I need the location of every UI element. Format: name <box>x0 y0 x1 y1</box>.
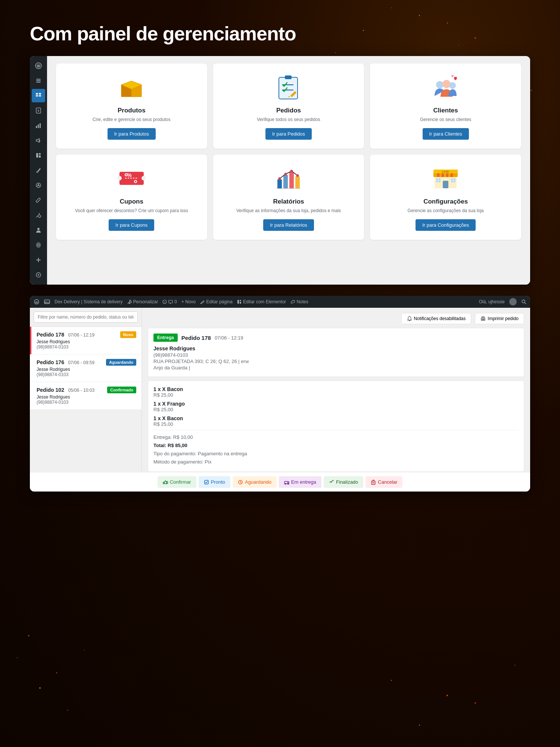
order-item-176[interactable]: Pedido 176 07/06 - 09:59 Aguardando Jess… <box>30 354 141 382</box>
order-phone-178: (98)98874-0103 <box>37 344 136 350</box>
delivery-panel: W Woo Dex Delivery | Sistema de delivery… <box>30 296 530 492</box>
woo-main-content: Produtos Crie, edite e gerencie os seus … <box>47 56 530 285</box>
sidebar-icon-avada[interactable] <box>32 179 45 192</box>
order-date-176: 07/06 - 09:59 <box>68 360 94 365</box>
svg-rect-13 <box>40 123 41 128</box>
order-id-178: Pedido 178 <box>37 332 64 338</box>
order-item-102[interactable]: Pedido 102 05/06 - 10:03 Confirmado Jess… <box>30 382 141 410</box>
card-relatorios: Relatórios Verifique as informações da s… <box>213 155 364 240</box>
card-cupons: % Cupons Você quer oferecer descontos? C… <box>56 155 207 240</box>
svg-rect-3 <box>36 80 41 81</box>
admin-bar-editar-elementor[interactable]: Editar com Elementor <box>237 299 286 304</box>
admin-bar-editar-pagina[interactable]: Editar página <box>200 299 233 304</box>
card-pedidos: Pedidos Verifique todos os seus pedidos … <box>213 63 364 149</box>
sidebar-icon-wp[interactable]: W <box>32 59 45 72</box>
admin-bar-search[interactable] <box>521 299 526 304</box>
payment-method: Método de pagamento: Pix <box>153 458 519 466</box>
card-icon-pedidos <box>274 72 304 102</box>
notifications-button[interactable]: Notificações desabilitadas <box>401 313 472 324</box>
svg-text:%: % <box>127 172 132 178</box>
sidebar-icon-wrench[interactable] <box>32 193 45 207</box>
card-title-relatorios: Relatórios <box>273 198 304 205</box>
orders-search-input[interactable] <box>34 311 138 323</box>
sidebar-icon-play[interactable] <box>32 268 45 282</box>
order-item-178[interactable]: Pedido 178 07/06 - 12:19 Novo Jesse Rodr… <box>30 327 141 354</box>
svg-point-77 <box>522 300 525 303</box>
sidebar-icon-elementor[interactable] <box>32 149 45 162</box>
action-btn-confirmar[interactable]: Confirmar <box>158 476 196 488</box>
sidebar-icon-tools[interactable] <box>32 208 45 222</box>
admin-bar-wp-logo[interactable]: W <box>34 299 40 305</box>
card-produtos: Produtos Crie, edite e gerencie os seus … <box>56 63 207 149</box>
card-title-clientes: Clientes <box>433 107 458 114</box>
card-configuracoes: LOJA Configurações Gerencie as configura… <box>370 155 521 240</box>
order-phone-176: (98)98874-0103 <box>37 372 136 377</box>
sidebar-icon-user[interactable] <box>32 223 45 237</box>
action-btn-em-entrega[interactable]: Em entrega <box>279 476 321 488</box>
svg-text:Woo: Woo <box>44 301 50 304</box>
svg-text:W: W <box>37 64 40 68</box>
svg-rect-28 <box>279 77 298 99</box>
card-title-cupons: Cupons <box>120 198 143 205</box>
print-order-button[interactable]: Imprimir pedido <box>475 313 524 324</box>
order-phone-102: (98)98874-0103 <box>37 400 136 405</box>
action-btn-aguardando[interactable]: Aguardando <box>233 476 277 488</box>
svg-rect-14 <box>36 153 38 158</box>
customer-name: Jesse Rodrigues <box>153 345 519 351</box>
detail-top-bar: Notificações desabilitadas Imprimir pedi… <box>148 313 524 324</box>
card-icon-produtos <box>116 72 146 102</box>
card-btn-cupons[interactable]: Ir para Cupons <box>109 219 154 231</box>
order-badge-176: Aguardando <box>106 359 136 366</box>
svg-rect-21 <box>36 260 41 260</box>
sidebar-icon-plus[interactable] <box>32 253 45 267</box>
svg-rect-5 <box>36 94 38 97</box>
sidebar-icon-brush[interactable] <box>32 164 45 177</box>
card-desc-configuracoes: Gerencie as configurações da sua loja <box>408 208 484 214</box>
card-desc-relatorios: Verifique as informações da sua loja, pe… <box>236 208 341 214</box>
card-icon-relatorios <box>274 164 304 193</box>
sidebar-icon-settings[interactable] <box>32 238 45 252</box>
card-btn-configuracoes[interactable]: Ir para Configurações <box>416 219 476 231</box>
card-btn-pedidos[interactable]: Ir para Pedidos <box>265 128 312 140</box>
sidebar-icon-menu[interactable] <box>32 74 45 87</box>
admin-bar-avatar <box>509 298 517 306</box>
action-btn-cancelar[interactable]: Cancelar <box>365 476 402 488</box>
order-line-1: 1 x X Bacon R$ 25,00 <box>153 386 519 398</box>
order-totals: Entrega: R$ 10,00 Total: R$ 85,00 Tipo d… <box>153 433 519 466</box>
card-btn-produtos[interactable]: Ir para Produtos <box>108 128 156 140</box>
delivery-fee: Entrega: R$ 10,00 <box>153 433 519 441</box>
delivery-body: Pedido 178 07/06 - 12:19 Novo Jesse Rodr… <box>30 308 530 472</box>
card-btn-relatorios[interactable]: Ir para Relatórios <box>263 219 314 231</box>
entrega-badge: Entrega <box>153 334 178 342</box>
customer-district: Anjo da Guarda | <box>153 365 519 371</box>
svg-rect-11 <box>36 126 37 128</box>
sidebar-icon-orders[interactable]: $ <box>32 104 45 117</box>
order-line-2: 1 x X Frango R$ 25,00 <box>153 401 519 412</box>
svg-point-34 <box>436 81 444 89</box>
page-title: Com painel de gerenciamento <box>30 22 530 45</box>
action-btn-pronto[interactable]: Pronto <box>199 476 230 488</box>
card-icon-configuracoes: LOJA <box>431 164 461 193</box>
detail-order-id: Pedido 178 <box>181 335 211 341</box>
admin-bar-notes[interactable]: Notes <box>290 299 308 304</box>
svg-point-49 <box>284 173 287 176</box>
svg-rect-75 <box>240 300 241 301</box>
action-btn-finalizado[interactable]: Finalizado <box>324 476 363 488</box>
order-id-102: Pedido 102 <box>37 387 64 393</box>
admin-bar-personalizar[interactable]: Personalizar <box>127 299 158 304</box>
order-detail-panel: Notificações desabilitadas Imprimir pedi… <box>142 308 530 472</box>
svg-rect-74 <box>237 300 239 304</box>
admin-bar-woo-icon[interactable]: Woo <box>44 299 50 305</box>
order-id-176: Pedido 176 <box>37 359 64 365</box>
sidebar-icon-stats[interactable] <box>32 119 45 132</box>
sidebar-icon-megaphone[interactable] <box>32 134 45 147</box>
sidebar-icon-products[interactable] <box>32 89 45 102</box>
card-btn-clientes[interactable]: Ir para Clientes <box>423 128 469 140</box>
admin-bar-novo[interactable]: + Novo <box>181 299 196 304</box>
svg-rect-15 <box>39 153 41 155</box>
admin-bar-comments[interactable]: 1 0 <box>162 299 177 304</box>
admin-bar-site-name[interactable]: Dex Delivery | Sistema de delivery <box>55 299 123 304</box>
orders-search-container <box>30 308 141 327</box>
card-title-configuracoes: Configurações <box>423 198 468 205</box>
svg-rect-4 <box>36 82 41 83</box>
